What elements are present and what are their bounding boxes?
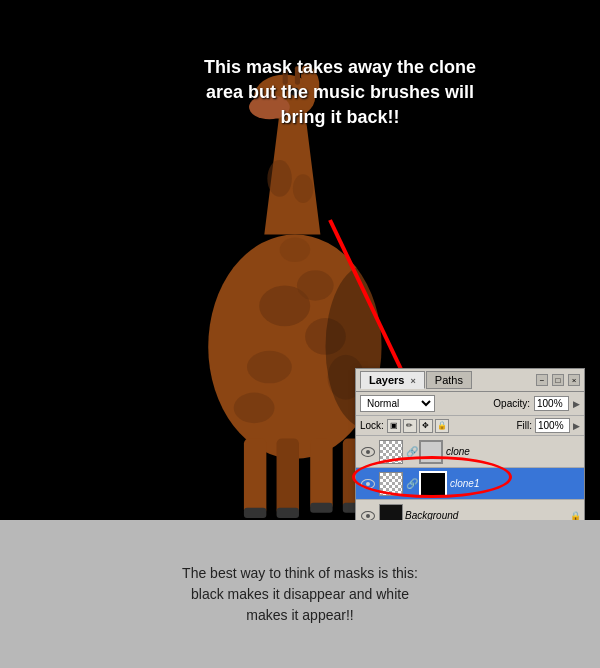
fill-input[interactable]: [535, 418, 570, 433]
svg-point-23: [293, 174, 313, 203]
lock-paint-icon[interactable]: ✏: [403, 419, 417, 433]
blend-mode-select[interactable]: Normal Multiply Screen: [360, 395, 435, 412]
maximize-button[interactable]: □: [552, 374, 564, 386]
svg-rect-15: [310, 503, 332, 513]
layers-titlebar: Layers × Paths − □ ×: [356, 369, 584, 392]
svg-rect-9: [244, 438, 266, 514]
opacity-expand-icon[interactable]: ▶: [573, 399, 580, 409]
lock-icons: ▣ ✏ ✥ 🔒: [387, 419, 449, 433]
svg-rect-13: [244, 508, 266, 518]
fill-label: Fill:: [516, 420, 532, 431]
svg-point-20: [297, 270, 334, 301]
mode-row: Normal Multiply Screen Opacity: ▶: [356, 392, 584, 416]
layer-name-clone: clone: [446, 446, 581, 457]
svg-rect-10: [277, 438, 299, 514]
lock-all-icon[interactable]: 🔒: [435, 419, 449, 433]
titlebar-controls: − □ ×: [536, 374, 580, 386]
fill-expand-icon[interactable]: ▶: [573, 421, 580, 431]
layer-name-clone1: clone1: [450, 478, 581, 489]
tab-paths[interactable]: Paths: [426, 371, 472, 389]
layer-row-clone1[interactable]: 🔗 clone1: [356, 468, 584, 500]
tab-layers[interactable]: Layers ×: [360, 371, 425, 389]
lock-label: Lock:: [360, 420, 384, 431]
layers-panel: Layers × Paths − □ × Normal Multiply Scr…: [355, 368, 585, 533]
layers-tabs: Layers × Paths: [360, 371, 473, 389]
background-lock-icon: 🔒: [570, 511, 581, 521]
annotation-text: This mask takes away the clone area but …: [200, 55, 480, 131]
svg-rect-14: [277, 508, 299, 518]
lock-transparent-icon[interactable]: ▣: [387, 419, 401, 433]
minimize-button[interactable]: −: [536, 374, 548, 386]
chain-link-clone1: 🔗: [406, 478, 418, 489]
layer-mask-clone: [419, 440, 443, 464]
bottom-text: The best way to think of masks is this: …: [182, 563, 418, 626]
chain-link-clone: 🔗: [406, 446, 418, 457]
canvas-area: This mask takes away the clone area but …: [0, 0, 600, 520]
svg-point-22: [267, 160, 291, 197]
svg-point-25: [234, 393, 275, 424]
svg-point-21: [280, 238, 311, 262]
opacity-label: Opacity:: [493, 398, 530, 409]
layer-thumb-clone: [379, 440, 403, 464]
close-button[interactable]: ×: [568, 374, 580, 386]
svg-rect-11: [310, 438, 332, 509]
svg-point-19: [247, 351, 292, 384]
layer-row-clone[interactable]: 🔗 clone: [356, 436, 584, 468]
layer-mask-clone1: [419, 471, 447, 497]
opacity-input[interactable]: [534, 396, 569, 411]
lock-row: Lock: ▣ ✏ ✥ 🔒 Fill: ▶: [356, 416, 584, 436]
tab-close-icon[interactable]: ×: [411, 376, 416, 386]
eye-icon-clone1[interactable]: [359, 475, 377, 493]
layer-thumb-clone1: [379, 472, 403, 496]
eye-icon-clone[interactable]: [359, 443, 377, 461]
lock-move-icon[interactable]: ✥: [419, 419, 433, 433]
bottom-area: The best way to think of masks is this: …: [0, 520, 600, 668]
